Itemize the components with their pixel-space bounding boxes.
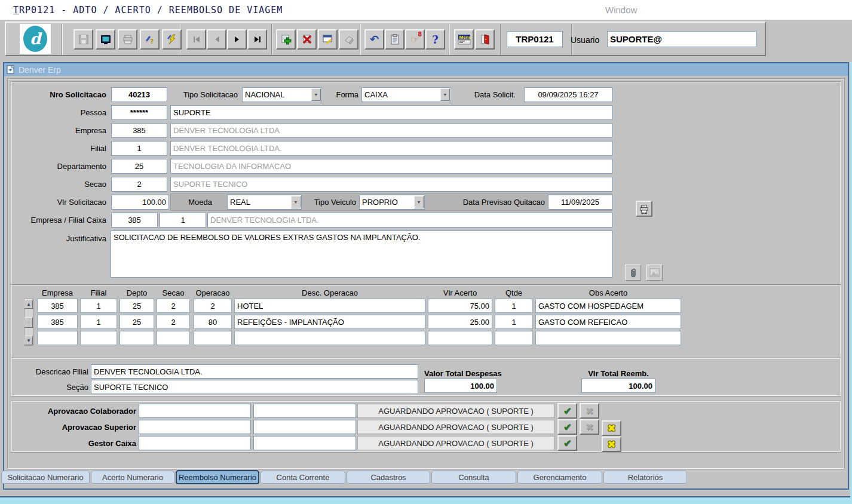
grid-cell[interactable] <box>37 331 78 345</box>
grid-cell[interactable] <box>194 331 232 345</box>
grid-cell[interactable]: 385 <box>37 315 78 329</box>
grid-cell[interactable]: 2 <box>157 299 190 313</box>
print-button[interactable] <box>118 29 137 50</box>
commit-button[interactable]: ☞8 <box>405 29 425 50</box>
grid-cell[interactable]: 25 <box>119 315 154 329</box>
grid-cell[interactable] <box>234 331 425 345</box>
grid-cell[interactable]: 2 <box>157 315 190 329</box>
aprovacao-colaborador-user-field[interactable] <box>253 404 356 418</box>
secao-code-field[interactable]: 2 <box>111 177 167 192</box>
gestor-caixa-user-field[interactable] <box>253 436 356 450</box>
display-block-button[interactable] <box>96 29 115 50</box>
caixa-empresa-field[interactable]: 385 <box>111 213 158 228</box>
approve-gestor-button[interactable]: ✔ <box>557 435 577 451</box>
caixa-filial-field[interactable]: 1 <box>160 213 206 228</box>
menu-window[interactable]: Window <box>605 5 637 15</box>
insert-record-button[interactable] <box>276 29 296 50</box>
tipo-solicitacao-select[interactable]: NACIONAL▼ <box>242 87 322 102</box>
grid-cell[interactable]: 385 <box>37 299 78 313</box>
list-values-button[interactable] <box>318 29 338 50</box>
clipboard-button[interactable] <box>385 29 404 50</box>
scroll-thumb[interactable]: ⁘ <box>24 317 33 328</box>
grid-cell[interactable]: 25.00 <box>428 315 492 329</box>
chevron-down-icon[interactable]: ▼ <box>440 88 450 101</box>
pessoa-desc-field[interactable]: SUPORTE <box>170 105 612 120</box>
first-record-button[interactable] <box>186 29 206 50</box>
grid-cell[interactable]: 1 <box>495 315 533 329</box>
grid-cell[interactable] <box>157 331 190 345</box>
next-record-button[interactable] <box>227 29 247 50</box>
last-record-button[interactable] <box>247 29 267 50</box>
grid-cell[interactable]: REFEIÇÕES - IMPLANTAÇÃO <box>234 315 425 329</box>
justificativa-textarea[interactable]: SOLICITACAO DE REEMBOLSO DE VALORES EXTR… <box>111 231 612 278</box>
cancel-gestor-button[interactable]: ✖ <box>602 437 621 452</box>
grid-cell[interactable]: 1 <box>80 315 117 329</box>
grid-cell[interactable]: GASTO COM HOSPEDAGEM <box>535 299 681 313</box>
grid-cell[interactable]: 80 <box>194 315 232 329</box>
print-request-button[interactable] <box>636 201 652 217</box>
data-solicit-field[interactable]: 09/09/2025 16:27 <box>524 87 612 102</box>
descricao-filial-field[interactable]: DENVER TECNOLOGIA LTDA. <box>91 364 418 379</box>
grid-cell[interactable]: GASTO COM REFEICAO <box>535 315 681 329</box>
nro-solicitacao-field[interactable]: 40213 <box>111 87 167 102</box>
data-previsao-field[interactable]: 11/09/2025 <box>548 195 612 210</box>
reject-superior-button[interactable]: ✖ <box>580 419 599 435</box>
grid-cell[interactable]: HOTEL <box>234 299 425 313</box>
grid-cell[interactable]: 75.00 <box>428 299 492 313</box>
tab-conta-corrente[interactable]: Conta Corrente <box>260 471 345 484</box>
grid-cell[interactable]: 2 <box>194 299 232 313</box>
help-button[interactable]: ? <box>425 29 445 50</box>
forma-select[interactable]: CAIXA▼ <box>361 87 451 102</box>
departamento-code-field[interactable]: 25 <box>111 159 167 174</box>
tab-solicitacao-numerario[interactable]: Solicitacao Numerario <box>1 471 90 484</box>
approve-colaborador-button[interactable]: ✔ <box>557 403 577 419</box>
tab-reembolso-numerario[interactable]: Reembolso Numerario <box>176 470 259 484</box>
grid-cell[interactable] <box>495 331 533 345</box>
grid-cell[interactable] <box>535 331 681 345</box>
aprovacao-superior-date-field[interactable] <box>139 420 251 434</box>
view-image-button[interactable] <box>646 265 663 281</box>
grid-scrollbar[interactable]: ▲ ⁘ ▼ <box>24 299 33 346</box>
tab-cadastros[interactable]: Cadastros <box>347 471 430 484</box>
filial-code-field[interactable]: 1 <box>111 141 167 156</box>
scroll-down-icon[interactable]: ▼ <box>24 336 33 345</box>
undo-button[interactable]: ↶ <box>364 29 384 50</box>
menu-button[interactable]: Menu <box>454 29 474 50</box>
tab-acerto-numerario[interactable]: Acerto Numerario <box>91 471 174 484</box>
grid-cell[interactable]: 1 <box>80 299 117 313</box>
delete-record-button[interactable] <box>297 29 317 50</box>
usuario-field[interactable]: SUPORTE@ <box>607 31 756 47</box>
grid-cell[interactable]: 1 <box>495 299 533 313</box>
scroll-up-icon[interactable]: ▲ <box>24 299 33 309</box>
exit-button[interactable] <box>475 29 495 50</box>
tab-consulta[interactable]: Consulta <box>431 471 516 484</box>
tab-gerenciamento[interactable]: Gerenciamento <box>517 471 602 484</box>
gestor-caixa-date-field[interactable] <box>139 436 251 450</box>
tipo-veiculo-select[interactable]: PROPRIO▼ <box>359 195 425 210</box>
grid-cell[interactable] <box>428 331 492 345</box>
chevron-down-icon[interactable]: ▼ <box>414 196 424 208</box>
approve-superior-button[interactable]: ✔ <box>557 419 577 435</box>
grid-cell[interactable] <box>80 331 117 345</box>
secao-footer-field[interactable]: SUPORTE TECNICO <box>91 380 418 394</box>
moeda-select[interactable]: REAL▼ <box>227 195 302 210</box>
cancel-superior-button[interactable]: ✖ <box>602 420 621 436</box>
previous-record-button[interactable] <box>207 29 226 50</box>
enter-query-button[interactable]: ? <box>140 29 160 50</box>
empresa-code-field[interactable]: 385 <box>111 123 167 138</box>
save-button[interactable] <box>73 29 93 50</box>
reject-colaborador-button[interactable]: ✖ <box>580 403 599 419</box>
aprovacao-superior-user-field[interactable] <box>253 420 356 434</box>
aprovacao-colaborador-date-field[interactable] <box>139 404 251 418</box>
inner-window-titlebar[interactable]: Denver Erp <box>4 63 848 76</box>
grid-cell[interactable]: 25 <box>119 299 154 313</box>
attach-file-button[interactable] <box>625 265 641 281</box>
chevron-down-icon[interactable]: ▼ <box>291 196 301 208</box>
clear-record-button[interactable] <box>339 29 358 50</box>
chevron-down-icon[interactable]: ▼ <box>311 88 321 101</box>
grid-cell[interactable] <box>119 331 154 345</box>
pessoa-code-field[interactable]: ****** <box>111 105 167 120</box>
vlr-solicitacao-field[interactable]: 100.00 <box>111 195 169 210</box>
tab-relatorios[interactable]: Relatorios <box>603 471 687 484</box>
execute-query-button[interactable] <box>162 29 182 50</box>
